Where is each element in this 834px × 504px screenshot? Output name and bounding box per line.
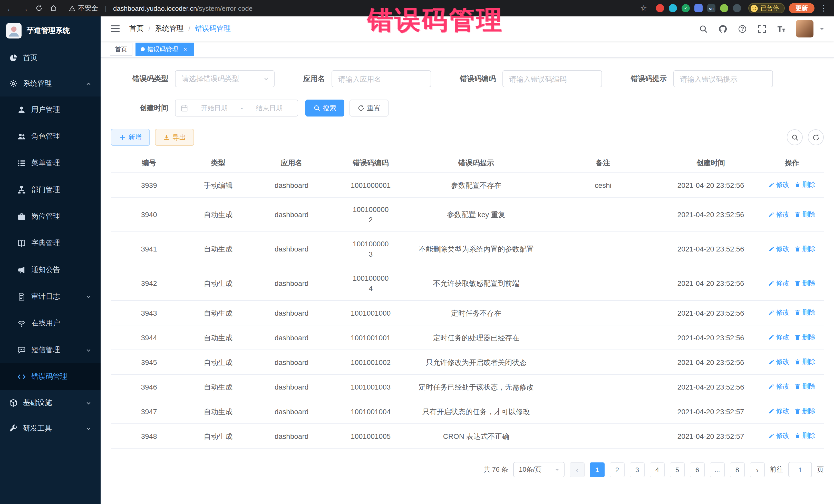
delete-link[interactable]: 删除 — [794, 307, 815, 318]
caret-down-icon[interactable] — [819, 26, 825, 31]
extension-dark-pin-icon[interactable] — [733, 4, 741, 12]
edit-link[interactable]: 修改 — [768, 431, 789, 441]
extension-dark-on-icon[interactable]: on — [707, 4, 716, 12]
paused-badge[interactable]: 已暂停 — [748, 3, 785, 13]
sidebar-item-error-code[interactable]: 错误码管理 — [0, 364, 101, 390]
id-cell: 3947 — [111, 399, 187, 424]
edit-link[interactable]: 修改 — [768, 278, 789, 288]
tags-bar: 首页错误码管理× — [101, 41, 834, 58]
search-button[interactable]: 搜索 — [305, 100, 344, 116]
delete-link[interactable]: 删除 — [794, 406, 815, 416]
app-logo-row[interactable]: 芋道管理系统 — [0, 17, 101, 45]
sidebar-item-dict[interactable]: 字典管理 — [0, 230, 101, 257]
sidebar-item-home[interactable]: 首页 — [0, 45, 101, 71]
breadcrumb-item[interactable]: 系统管理 — [155, 24, 184, 34]
delete-link[interactable]: 删除 — [794, 431, 815, 441]
sidebar-toggle-icon[interactable] — [110, 24, 120, 34]
edit-link[interactable]: 修改 — [768, 357, 789, 367]
extension-green-check-icon[interactable]: ✓ — [682, 4, 690, 12]
pagination: 共 76 条 10条/页 ‹ 123456...8 › 前往 页 — [111, 462, 824, 477]
update-button[interactable]: 更新 — [789, 3, 814, 13]
fullscreen-icon[interactable] — [757, 24, 767, 34]
sidebar-item-audit-log[interactable]: 审计日志 — [0, 283, 101, 310]
page-5-button[interactable]: 5 — [670, 462, 685, 477]
delete-link[interactable]: 删除 — [794, 180, 815, 190]
edit-icon — [768, 433, 774, 439]
search-icon — [313, 105, 320, 111]
sidebar-item-role[interactable]: 角色管理 — [0, 123, 101, 150]
delete-link[interactable]: 删除 — [794, 332, 815, 342]
edit-link[interactable]: 修改 — [768, 307, 789, 318]
site-security-indicator[interactable]: 不安全 — [69, 4, 98, 13]
goto-page-input[interactable] — [788, 462, 812, 477]
delete-link[interactable]: 删除 — [794, 209, 815, 219]
browser-reload-button[interactable] — [34, 3, 44, 13]
extension-teal-icon[interactable] — [669, 4, 677, 12]
search-icon[interactable] — [699, 24, 708, 34]
page-8-button[interactable]: 8 — [730, 462, 745, 477]
reset-button[interactable]: 重置 — [350, 100, 389, 116]
github-icon[interactable] — [718, 24, 728, 34]
sidebar-item-system[interactable]: 系统管理 — [0, 71, 101, 96]
page-size-select[interactable]: 10条/页 — [513, 462, 565, 477]
extension-light-green-icon[interactable] — [720, 4, 728, 12]
sidebar-item-dept[interactable]: 部门管理 — [0, 177, 101, 203]
delete-link[interactable]: 删除 — [794, 243, 815, 254]
app-name-input[interactable] — [332, 70, 431, 87]
edit-link[interactable]: 修改 — [768, 209, 789, 219]
trash-icon — [794, 359, 800, 365]
tab-label: 错误码管理 — [147, 45, 178, 53]
page-3-button[interactable]: 3 — [630, 462, 644, 477]
browser-forward-button[interactable]: → — [20, 3, 30, 13]
delete-link[interactable]: 删除 — [794, 278, 815, 288]
sidebar-item-notice[interactable]: 通知公告 — [0, 257, 101, 283]
close-icon[interactable]: × — [182, 46, 189, 53]
screenshot-root: 错误码管理 ← → 不安全 | dashboard.yudao.iocoder.… — [0, 0, 834, 504]
export-button[interactable]: 导出 — [155, 129, 194, 146]
font-size-icon[interactable] — [776, 24, 786, 34]
error-code-input[interactable] — [502, 70, 602, 87]
sidebar-item-user[interactable]: 用户管理 — [0, 96, 101, 123]
page-ellipsis-button[interactable]: ... — [710, 462, 725, 477]
page-1-button[interactable]: 1 — [590, 462, 605, 477]
error-code-type-select[interactable]: 请选择错误码类型 — [175, 70, 275, 87]
view-tab[interactable]: 错误码管理× — [135, 43, 194, 56]
prev-page-button[interactable]: ‹ — [570, 462, 585, 477]
page-6-button[interactable]: 6 — [690, 462, 705, 477]
breadcrumb-item[interactable]: 首页 — [129, 24, 144, 34]
create-time-range-picker[interactable]: 开始日期 - 结束日期 — [175, 100, 298, 116]
view-tab[interactable]: 首页 — [110, 43, 132, 56]
page-2-button[interactable]: 2 — [610, 462, 624, 477]
sidebar-item-sms[interactable]: 短信管理 — [0, 337, 101, 364]
edit-link[interactable]: 修改 — [768, 243, 789, 254]
sidebar-item-online-user[interactable]: 在线用户 — [0, 310, 101, 337]
extension-blue-icon[interactable] — [695, 4, 703, 12]
extension-red-icon[interactable] — [656, 4, 664, 12]
address-bar[interactable]: dashboard.yudao.iocoder.cn/system/error-… — [113, 4, 253, 12]
sidebar-item-post[interactable]: 岗位管理 — [0, 203, 101, 230]
created-time-cell: 2021-04-20 23:52:56 — [661, 374, 760, 399]
refresh-table-button[interactable] — [808, 129, 824, 145]
sidebar-item-infra[interactable]: 基础设施 — [0, 390, 101, 416]
toggle-search-button[interactable] — [787, 129, 803, 145]
next-page-button[interactable]: › — [750, 462, 765, 477]
plus-icon — [119, 134, 126, 140]
browser-menu-icon[interactable]: ⋮ — [819, 3, 829, 13]
sidebar-item-menu[interactable]: 菜单管理 — [0, 150, 101, 177]
bookmark-star-icon[interactable]: ☆ — [638, 3, 649, 13]
edit-link[interactable]: 修改 — [768, 180, 789, 190]
edit-link[interactable]: 修改 — [768, 332, 789, 342]
edit-link[interactable]: 修改 — [768, 406, 789, 416]
delete-link[interactable]: 删除 — [794, 357, 815, 367]
user-avatar[interactable] — [796, 20, 813, 38]
help-icon[interactable] — [738, 24, 747, 34]
sidebar-item-dev-tools[interactable]: 研发工具 — [0, 416, 101, 441]
search-icon — [791, 134, 798, 141]
page-4-button[interactable]: 4 — [650, 462, 665, 477]
browser-home-button[interactable] — [48, 3, 59, 13]
browser-back-button[interactable]: ← — [5, 3, 15, 13]
edit-link[interactable]: 修改 — [768, 381, 789, 392]
delete-link[interactable]: 删除 — [794, 381, 815, 392]
error-hint-input[interactable] — [673, 70, 773, 87]
add-button[interactable]: 新增 — [111, 129, 150, 146]
